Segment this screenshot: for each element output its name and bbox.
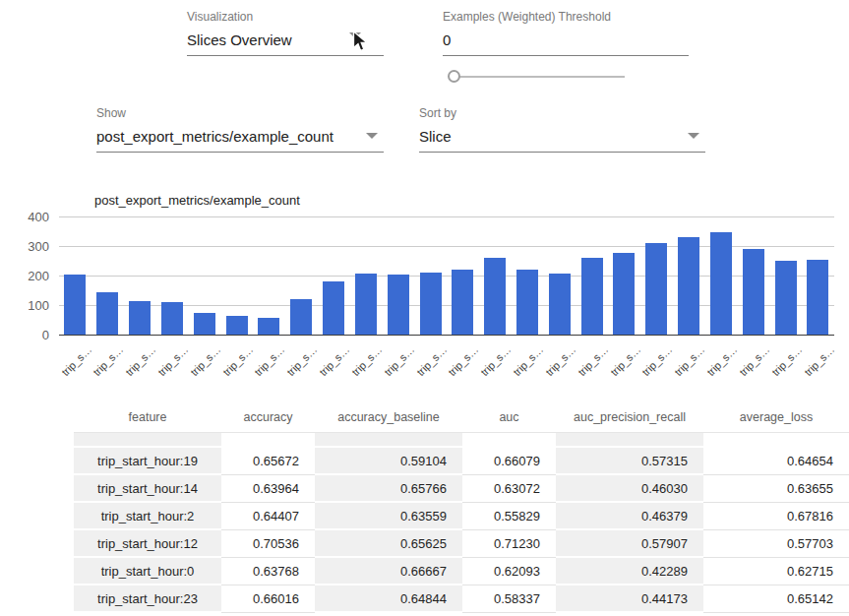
table-header-row: featureaccuracyaccuracy_baselineaucauc_p… [74,396,849,433]
threshold-control: Examples (Weighted) Threshold 0 [443,10,689,56]
bar[interactable] [323,281,344,336]
metric-cell[interactable]: 0.42289 [556,558,703,585]
bar[interactable] [226,316,248,336]
bar[interactable] [484,258,506,337]
metric-cell[interactable]: 0.71230 [462,530,556,558]
metric-cell[interactable]: 0.62715 [703,558,849,585]
bar[interactable] [516,270,538,336]
bar[interactable] [290,299,312,336]
metric-cell[interactable]: 0.59104 [315,448,462,475]
bar[interactable] [743,249,764,336]
metric-cell[interactable]: 0.46379 [556,503,703,530]
metric-cell[interactable]: 0.63964 [221,475,315,503]
show-select[interactable]: Show post_export_metrics/example_count [96,106,384,153]
bar[interactable] [678,237,699,336]
column-header[interactable]: auc [462,396,556,433]
slider-track[interactable] [452,76,625,78]
sort-by-select[interactable]: Sort by Slice [419,106,705,153]
x-tick-label: trip_s… [576,343,610,378]
metric-cell[interactable]: 0.57315 [556,448,703,475]
filter-cell [221,433,315,448]
feature-cell[interactable]: trip_start_hour:14 [74,475,221,503]
table-row[interactable]: trip_start_hour:120.705360.656250.712300… [74,530,849,558]
x-label-slot: trip_s… [382,339,414,387]
bar[interactable] [129,301,151,336]
chevron-down-icon[interactable] [366,133,378,139]
metric-cell[interactable]: 0.70536 [221,530,315,558]
metric-cell[interactable]: 0.63072 [462,475,556,503]
x-label-slot: trip_s… [220,339,253,387]
column-header[interactable]: accuracy_baseline [315,396,462,433]
metric-cell[interactable]: 0.46030 [556,475,703,503]
metric-cell[interactable]: 0.57907 [556,530,703,558]
bar[interactable] [807,260,828,336]
metric-cell[interactable]: 0.65625 [315,530,462,558]
chevron-down-icon[interactable] [688,133,699,139]
metric-cell[interactable]: 0.65672 [221,448,315,475]
bar[interactable] [258,318,279,336]
x-label-slot: trip_s… [705,339,738,387]
bar[interactable] [581,258,603,336]
metric-cell[interactable]: 0.67816 [703,503,849,530]
sort-by-value[interactable]: Slice [419,127,705,153]
bar[interactable] [96,292,118,336]
x-label-slot: trip_s… [802,339,834,387]
x-label-slot: trip_s… [447,339,479,387]
column-header[interactable]: accuracy [221,396,315,433]
threshold-slider[interactable] [448,68,625,86]
x-tick-label: trip_s… [737,343,771,378]
metric-cell[interactable]: 0.55829 [462,503,556,530]
bar[interactable] [710,232,732,336]
feature-cell[interactable]: trip_start_hour:2 [74,503,221,530]
bar[interactable] [645,243,667,336]
bar[interactable] [161,302,183,336]
slices-bar-chart: post_export_metrics/example_count 010020… [0,185,849,394]
feature-cell[interactable]: trip_start_hour:0 [74,558,221,585]
bar[interactable] [452,270,473,336]
metric-cell[interactable]: 0.64407 [221,503,315,530]
table-row[interactable]: trip_start_hour:230.660160.648440.583370… [74,585,849,613]
column-header[interactable]: auc_precision_recall [556,396,703,433]
metric-cell[interactable]: 0.62093 [462,558,556,585]
column-header[interactable]: average_loss [703,396,849,433]
bar[interactable] [194,313,215,336]
table-row[interactable]: trip_start_hour:00.637680.666670.620930.… [74,558,849,585]
metric-cell[interactable]: 0.66667 [315,558,462,585]
metric-cell[interactable]: 0.57703 [703,530,849,558]
bar[interactable] [388,275,409,336]
slider-thumb[interactable] [448,70,460,83]
feature-cell[interactable]: trip_start_hour:12 [74,530,221,558]
bar[interactable] [775,261,797,337]
table-row[interactable]: trip_start_hour:190.656720.591040.660790… [74,448,849,475]
x-label-slot: trip_s… [479,339,512,387]
bar[interactable] [420,273,442,337]
threshold-input[interactable]: 0 [443,31,689,56]
metric-cell[interactable]: 0.66079 [462,448,556,475]
bar[interactable] [355,274,377,336]
metric-cell[interactable]: 0.64844 [315,585,462,613]
x-label-slot: trip_s… [59,339,91,387]
metric-cell[interactable]: 0.64654 [703,448,849,475]
metric-cell[interactable]: 0.65142 [703,585,849,613]
x-tick-label: trip_s… [220,343,255,378]
x-label-slot: trip_s… [124,339,156,387]
feature-cell[interactable]: trip_start_hour:23 [74,585,221,613]
show-value[interactable]: post_export_metrics/example_count [96,127,384,153]
metric-cell[interactable]: 0.58337 [462,585,556,613]
feature-cell[interactable]: trip_start_hour:19 [74,448,221,475]
column-header[interactable]: feature [74,396,221,433]
table-row[interactable]: trip_start_hour:20.644070.635590.558290.… [74,503,849,530]
x-label-slot: trip_s… [673,339,705,387]
metric-cell[interactable]: 0.65766 [315,475,462,503]
metric-cell[interactable]: 0.63655 [703,475,849,503]
metric-cell[interactable]: 0.63559 [315,503,462,530]
x-tick-label: trip_s… [640,343,675,378]
bar[interactable] [549,274,571,336]
metric-cell[interactable]: 0.66016 [221,585,315,613]
metric-cell[interactable]: 0.63768 [221,558,315,585]
show-label: Show [96,106,384,120]
metric-cell[interactable]: 0.44173 [556,585,703,613]
bar[interactable] [613,253,635,336]
table-row[interactable]: trip_start_hour:140.639640.657660.630720… [74,475,849,503]
bar[interactable] [64,275,86,336]
